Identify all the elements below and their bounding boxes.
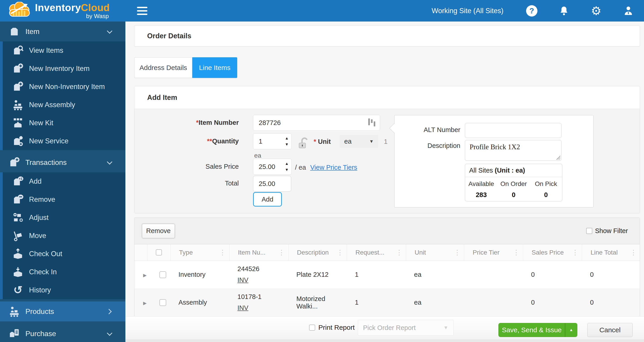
sidebar-transactions-submenu: +1 Add Remove Adjust Move xyxy=(0,172,126,299)
action-bar: Print Report Pick Order Report ▼ Save, S… xyxy=(126,316,644,339)
remove-button[interactable]: Remove xyxy=(142,224,175,238)
price-up-icon[interactable]: ▲ xyxy=(285,162,289,166)
sidebar-item-remove[interactable]: Remove xyxy=(3,190,126,209)
view-price-tiers-link[interactable]: View Price Tiers xyxy=(310,164,357,171)
alt-number-input[interactable] xyxy=(465,123,562,138)
resize-handle[interactable] xyxy=(556,156,560,160)
line-items-table: Type⋮ Item Nu...⋮ Description⋮ Request..… xyxy=(134,244,640,316)
sidebar-item-new-inventory-item[interactable]: New Inventory Item xyxy=(3,60,126,78)
sidebar-item-check-out[interactable]: Check Out xyxy=(3,245,126,263)
tab-line-items[interactable]: Line Items xyxy=(192,57,237,78)
print-report-toggle: Print Report xyxy=(309,324,355,331)
sidebar-item-new-service[interactable]: New Service xyxy=(3,132,126,150)
sidebar-item-history[interactable]: ↺ History xyxy=(3,281,126,299)
row-checkbox[interactable] xyxy=(160,299,166,306)
sidebar-item-new-non-inventory-item[interactable]: New Non-Inventory Item xyxy=(3,78,126,96)
col-requested[interactable]: Request... xyxy=(356,249,384,256)
sidebar-item-adjust[interactable]: Adjust xyxy=(3,209,126,227)
user-icon[interactable] xyxy=(622,5,634,17)
line-items-grid-card: Remove Show Filter Type⋮ Item Nu...⋮ xyxy=(134,217,640,316)
col-price-tier[interactable]: Price Tier xyxy=(473,249,500,256)
quantity-stepper[interactable]: 1 ▲▼ xyxy=(253,133,292,149)
working-site-selector[interactable]: Working Site (All Sites) xyxy=(432,7,504,15)
barcode-lookup-icon[interactable] xyxy=(368,119,375,126)
tab-address-details[interactable]: Address Details xyxy=(134,57,192,78)
row-expander-icon[interactable]: ▶ xyxy=(143,301,146,306)
add-item-card: Add Item *Item Number 287726 **Quantity … xyxy=(134,86,640,213)
adjust-icon xyxy=(12,211,24,224)
col-unit[interactable]: Unit xyxy=(415,249,426,256)
order-details-card: Order Details xyxy=(134,25,640,46)
sales-price-stepper[interactable]: 25.00 ▲▼ xyxy=(253,159,292,175)
cell-price-tier xyxy=(464,261,523,289)
col-description[interactable]: Description xyxy=(297,249,329,256)
sidebar-item-view-items[interactable]: View Items xyxy=(3,41,126,60)
bell-icon[interactable] xyxy=(558,5,570,17)
purchase-icon xyxy=(8,328,20,340)
sidebar-item-add[interactable]: +1 Add xyxy=(3,172,126,190)
sidebar-section-purchase[interactable]: Purchase xyxy=(0,324,126,342)
unit-conversion-value: 1 xyxy=(384,138,388,145)
brand-text: InventoryCloud by Wasp xyxy=(35,3,110,19)
sidebar-item-move[interactable]: Move xyxy=(3,227,126,245)
top-bar: InventoryCloud by Wasp Working Site (All… xyxy=(0,0,644,21)
price-down-icon[interactable]: ▼ xyxy=(285,168,289,172)
cell-type: Assembly xyxy=(170,289,229,316)
new-inventory-icon xyxy=(12,62,24,75)
column-menu-icon[interactable]: ⋮ xyxy=(630,248,637,256)
column-menu-icon[interactable]: ⋮ xyxy=(454,248,461,256)
inventorycloud-app: InventoryCloud by Wasp Working Site (All… xyxy=(0,0,644,342)
save-send-issue-split-button: Save, Send & Issue ▲ xyxy=(498,323,577,337)
row-expander-icon[interactable]: ▶ xyxy=(143,273,146,278)
products-icon xyxy=(8,305,20,318)
unit-dropdown[interactable]: ea ▼ xyxy=(340,135,378,148)
sidebar-section-item[interactable]: Item xyxy=(0,21,126,41)
per-unit-text: / ea xyxy=(295,164,306,171)
sidebar-item-submenu: View Items New Inventory Item New Non-In… xyxy=(0,41,126,150)
quantity-down-icon[interactable]: ▼ xyxy=(285,143,289,146)
sidebar-section-transactions[interactable]: Transactions xyxy=(0,153,126,172)
add-line-button[interactable]: Add xyxy=(253,192,282,206)
stock-grid: Available 283 On Order 0 On Pick 0 xyxy=(465,177,562,199)
chevron-down-icon xyxy=(107,330,112,336)
save-options-caret[interactable]: ▲ xyxy=(565,323,577,337)
inv-link[interactable]: INV xyxy=(238,276,248,284)
item-number-input[interactable]: 287726 xyxy=(253,115,380,131)
show-filter-checkbox[interactable] xyxy=(586,228,592,234)
gear-icon[interactable]: ⚙ xyxy=(590,5,602,17)
brand-byline: by Wasp xyxy=(86,13,110,19)
cell-item-number: 10178-1 INV xyxy=(229,289,288,316)
report-select[interactable]: Pick Order Report ▼ xyxy=(358,320,454,336)
unlock-icon[interactable] xyxy=(296,136,310,150)
print-report-checkbox[interactable] xyxy=(309,325,315,331)
menu-icon[interactable] xyxy=(137,7,148,15)
column-menu-icon[interactable]: ⋮ xyxy=(219,248,226,256)
inv-link[interactable]: INV xyxy=(238,304,248,312)
transactions-icon xyxy=(8,156,20,169)
col-item-number[interactable]: Item Nu... xyxy=(238,249,266,256)
sidebar-section-products[interactable]: Products xyxy=(0,302,126,321)
description-textarea[interactable]: Profile Brick 1X2 xyxy=(465,140,562,161)
cell-sales-price: 0 xyxy=(523,261,582,289)
col-type[interactable]: Type xyxy=(179,249,193,256)
column-menu-icon[interactable]: ⋮ xyxy=(513,248,520,256)
quantity-up-icon[interactable]: ▲ xyxy=(285,136,289,140)
sidebar-item-new-assembly[interactable]: New Assembly xyxy=(3,96,126,114)
column-menu-icon[interactable]: ⋮ xyxy=(337,248,344,256)
save-send-issue-button[interactable]: Save, Send & Issue xyxy=(499,323,565,337)
stock-header-on-pick: On Pick xyxy=(530,180,562,187)
col-sales-price[interactable]: Sales Price xyxy=(532,249,564,256)
sidebar-item-check-in[interactable]: Check In xyxy=(3,263,126,281)
col-line-total[interactable]: Line Total xyxy=(591,249,618,256)
row-checkbox[interactable] xyxy=(160,271,166,278)
check-in-icon xyxy=(12,266,24,278)
cloud-logo-icon xyxy=(6,2,33,20)
sidebar-item-new-kit[interactable]: New Kit xyxy=(3,114,126,132)
help-icon[interactable]: ? xyxy=(526,5,538,17)
column-menu-icon[interactable]: ⋮ xyxy=(396,248,403,256)
total-input[interactable]: 25.00 xyxy=(253,176,291,192)
cancel-button[interactable]: Cancel xyxy=(587,323,633,337)
column-menu-icon[interactable]: ⋮ xyxy=(572,248,579,256)
column-menu-icon[interactable]: ⋮ xyxy=(278,248,285,256)
select-all-checkbox[interactable] xyxy=(156,249,162,255)
